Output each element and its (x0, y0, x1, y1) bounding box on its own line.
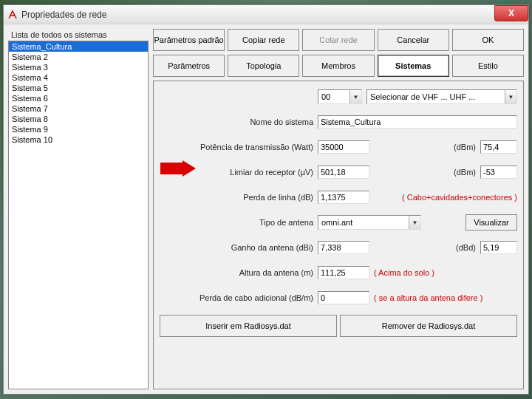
rx-threshold-dbm-input[interactable] (480, 166, 517, 179)
rx-threshold-input[interactable] (318, 166, 369, 179)
cable-loss-input[interactable] (318, 291, 369, 304)
antenna-gain-dbd-label: (dBd) (456, 243, 476, 252)
top-button-row-2: ParâmetrosTopologiaMembrosSistemasEstilo (153, 55, 524, 77)
app-icon (7, 9, 18, 21)
chevron-down-icon: ▼ (349, 90, 361, 103)
list-item[interactable]: Sistema 10 (9, 134, 148, 145)
tab-sistemas[interactable]: Sistemas (378, 55, 449, 77)
colar-rede-button: Colar rede (302, 29, 374, 51)
antenna-type-label: Tipo de antena (160, 218, 313, 227)
antenna-type-combo[interactable]: omni.ant ▼ (318, 215, 421, 230)
list-item[interactable]: Sistema 5 (9, 83, 148, 93)
antenna-gain-input[interactable] (318, 241, 369, 254)
list-item[interactable]: Sistema 4 (9, 72, 148, 83)
tab-estilo[interactable]: Estilo (452, 55, 524, 77)
antenna-type-value: omni.ant (321, 218, 352, 227)
line-loss-note: ( Cabo+cavidades+conectores ) (402, 193, 517, 202)
rx-threshold-label: Limiar do receptor (µV) (160, 168, 313, 177)
system-form: 00 ▼ Selecionar de VHF ... UHF ... ▼ Nom… (153, 81, 524, 389)
list-item[interactable]: Sistema 2 (9, 52, 148, 62)
band-value: Selecionar de VHF ... UHF ... (370, 92, 475, 101)
rx-threshold-dbm-label: (dBm) (454, 168, 476, 177)
antenna-height-note: ( Acima do solo ) (374, 268, 434, 277)
tx-power-dbm-input[interactable] (480, 140, 517, 154)
tab-topologia[interactable]: Topologia (228, 55, 299, 77)
preset-combo[interactable]: 00 ▼ (318, 89, 362, 104)
network-properties-window: Propriedades de rede X Lista de todos os… (3, 4, 529, 395)
ok-button[interactable]: OK (452, 29, 524, 51)
chevron-down-icon: ▼ (505, 90, 516, 103)
band-combo[interactable]: Selecionar de VHF ... UHF ... ▼ (366, 89, 517, 104)
list-item[interactable]: Sistema 8 (9, 114, 148, 124)
preset-value: 00 (321, 92, 330, 101)
top-button-row-1: Parâmetros padrãoCopiar redeColar redeCa… (153, 29, 524, 51)
tx-power-input[interactable] (318, 140, 369, 154)
antenna-height-input[interactable] (318, 266, 369, 279)
line-loss-input[interactable] (318, 191, 369, 204)
client-area: Lista de todos os sistemas Sistema_Cultu… (4, 24, 528, 394)
remove-radiosys-button[interactable]: Remover de Radiosys.dat (340, 315, 517, 337)
close-icon: X (508, 8, 514, 18)
copiar-rede-button[interactable]: Copiar rede (228, 29, 299, 51)
tab-par-metros[interactable]: Parâmetros (153, 55, 225, 77)
window-title: Propriedades de rede (21, 10, 106, 20)
cable-loss-label: Perda de cabo adicional (dB/m) (160, 293, 313, 302)
antenna-gain-dbd-input[interactable] (480, 241, 517, 254)
tab-membros[interactable]: Membros (302, 55, 374, 77)
titlebar: Propriedades de rede X (4, 5, 528, 24)
insert-radiosys-button[interactable]: Inserir em Radiosys.dat (160, 315, 337, 337)
tx-power-label: Potência de transmissão (Watt) (160, 143, 313, 151)
system-name-label: Nome do sistema (160, 117, 313, 126)
antenna-gain-label: Ganho da antena (dBi) (160, 243, 313, 252)
left-pane: Lista de todos os sistemas Sistema_Cultu… (8, 29, 149, 389)
line-loss-label: Perda de linha (dB) (160, 193, 313, 202)
cancelar-button[interactable]: Cancelar (378, 29, 449, 51)
list-item[interactable]: Sistema 3 (9, 62, 148, 72)
systems-list-label: Lista de todos os sistemas (11, 30, 149, 39)
antenna-height-label: Altura da antena (m) (160, 268, 313, 277)
cable-loss-note: ( se a altura da antena difere ) (374, 293, 482, 302)
close-button[interactable]: X (494, 5, 528, 21)
systems-listbox[interactable]: Sistema_CulturaSistema 2Sistema 3Sistema… (8, 41, 149, 389)
list-item[interactable]: Sistema 7 (9, 103, 148, 114)
tx-power-dbm-label: (dBm) (454, 143, 476, 151)
list-item[interactable]: Sistema 6 (9, 93, 148, 103)
right-pane: Parâmetros padrãoCopiar redeColar redeCa… (153, 29, 524, 389)
list-item[interactable]: Sistema 9 (9, 124, 148, 134)
list-item[interactable]: Sistema_Cultura (9, 41, 148, 52)
par-metros-padr-o-button[interactable]: Parâmetros padrão (153, 29, 225, 51)
chevron-down-icon: ▼ (409, 216, 420, 229)
system-name-input[interactable] (318, 115, 517, 129)
view-antenna-button[interactable]: Visualizar (466, 214, 517, 231)
